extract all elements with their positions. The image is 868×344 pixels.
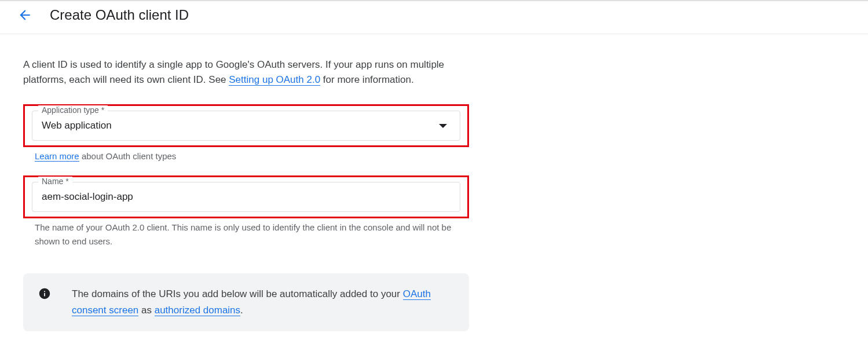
info-banner: The domains of the URIs you add below wi… xyxy=(23,273,469,331)
info-banner-text: The domains of the URIs you add below wi… xyxy=(72,286,454,319)
chevron-down-icon xyxy=(439,124,447,128)
application-type-select[interactable]: Application type * Web application xyxy=(32,111,460,141)
info-icon xyxy=(38,287,51,300)
intro-text: A client ID is used to identify a single… xyxy=(23,57,469,87)
app-type-hint: Learn more about OAuth client types xyxy=(35,149,469,163)
name-label: Name * xyxy=(38,177,72,186)
name-hint: The name of your OAuth 2.0 client. This … xyxy=(35,221,469,248)
page-title: Create OAuth client ID xyxy=(50,7,189,23)
back-arrow-icon[interactable] xyxy=(17,8,32,23)
info-part1: The domains of the URIs you add below wi… xyxy=(72,288,403,299)
info-mid: as xyxy=(138,305,154,316)
setup-oauth-link[interactable]: Setting up OAuth 2.0 xyxy=(229,74,320,86)
form-content: A client ID is used to identify a single… xyxy=(0,34,492,343)
name-highlight: Name * xyxy=(23,175,469,218)
learn-more-link[interactable]: Learn more xyxy=(35,151,79,162)
authorized-domains-link[interactable]: authorized domains xyxy=(155,305,240,316)
application-type-label: Application type * xyxy=(38,105,108,115)
application-type-value: Web application xyxy=(42,119,112,132)
app-type-hint-suffix: about OAuth client types xyxy=(79,151,177,161)
page-header: Create OAuth client ID xyxy=(0,1,868,34)
app-type-highlight: Application type * Web application xyxy=(23,104,469,147)
name-input[interactable] xyxy=(42,191,451,203)
intro-part2: for more information. xyxy=(320,74,414,85)
name-field-wrapper: Name * xyxy=(32,182,460,212)
info-end: . xyxy=(240,305,243,316)
